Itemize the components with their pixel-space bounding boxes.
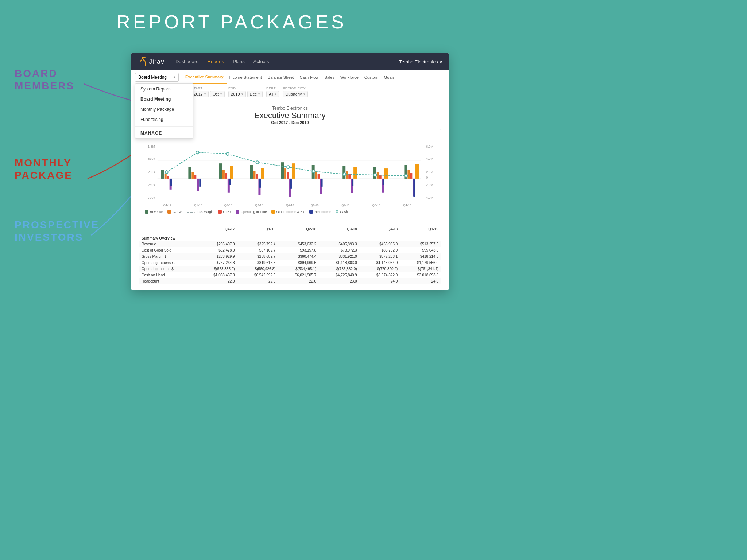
svg-rect-31 (256, 174, 258, 179)
svg-point-68 (196, 151, 199, 154)
row-gm-q2-18: $360,474.4 (278, 253, 319, 260)
filter-end-month-value: Dec (250, 92, 257, 96)
svg-point-72 (312, 170, 315, 173)
svg-rect-16 (161, 170, 164, 179)
dropdown-system-reports[interactable]: System Reports (135, 84, 193, 94)
svg-text:0: 0 (426, 176, 428, 179)
legend-gross-margin: Gross Margin (187, 210, 214, 214)
giraffe-icon (137, 56, 147, 67)
legend-cogs-label: COGS (173, 210, 182, 214)
filter-periodicity-select[interactable]: Quarterly ▾ (283, 91, 307, 97)
row-cogs-label: Cost of Good Sold (139, 247, 197, 253)
row-cash-q4-18: $3,874,322.9 (360, 272, 401, 278)
subtab-executive-summary[interactable]: Executive Summary (182, 70, 227, 84)
svg-rect-33 (261, 168, 264, 179)
legend-opex: OpEx (218, 210, 232, 214)
row-opex-q4-17: $767,264.8 (197, 260, 238, 266)
filter-start-month[interactable]: Oct ▾ (210, 91, 225, 97)
row-opincome-q1-19: $(761,341.4) (400, 266, 441, 272)
subtab-custom[interactable]: Custom (361, 70, 381, 84)
dropdown-fundraising[interactable]: Fundraising (135, 114, 193, 125)
legend-other-income-label: Other Income & Ex. (276, 210, 305, 214)
svg-point-71 (287, 166, 290, 168)
navbar-company[interactable]: Tembo Electronics ∨ (399, 59, 443, 65)
row-headcount-q2-18: 22.0 (278, 278, 319, 284)
subtab-income-statement[interactable]: Income Statement (227, 70, 265, 84)
svg-text:280k: 280k (148, 170, 155, 174)
package-selector-chevron: ∧ (173, 75, 175, 79)
svg-rect-22 (194, 175, 196, 179)
row-cogs-q4-18: $83,762.9 (360, 247, 401, 253)
svg-rect-64 (352, 179, 353, 186)
filter-start-month-value: Oct (213, 92, 219, 96)
row-gm-q1-19: $418,214.6 (400, 253, 441, 260)
row-cash-q1-19: $3,018,693.8 (400, 272, 441, 278)
col-header-q1-18: Q1-18 (238, 226, 279, 233)
filter-end-month[interactable]: Dec ▾ (247, 91, 263, 97)
row-revenue-label: Revenue (139, 241, 197, 247)
subtab-cash-flow[interactable]: Cash Flow (297, 70, 321, 84)
navbar-reports[interactable]: Reports (208, 57, 224, 66)
package-selector[interactable]: Board Meeting ∧ (135, 73, 179, 82)
subtab-goals[interactable]: Goals (381, 70, 398, 84)
row-headcount-q4-18: 24.0 (360, 278, 401, 284)
filter-start-year[interactable]: 2017 ▾ (191, 91, 208, 97)
table-row: Operating Expenses $767,264.8 $819,616.5… (139, 260, 441, 266)
row-gm-q4-18: $372,233.1 (360, 253, 401, 260)
legend-gross-margin-line (187, 212, 193, 213)
svg-point-69 (226, 152, 229, 155)
navbar-actuals[interactable]: Actuals (253, 57, 269, 66)
row-cash-q1-18: $6,542,592.0 (238, 272, 279, 278)
svg-point-73 (343, 173, 346, 176)
svg-rect-63 (321, 179, 323, 187)
row-headcount-q3-18: 23.0 (319, 278, 360, 284)
filter-dept-select[interactable]: All ▾ (266, 91, 279, 97)
row-opex-label: Operating Expenses (139, 260, 197, 266)
col-header-q4-17: Q4-17 (197, 226, 238, 233)
legend-operating-income-label: Operating Income (241, 210, 267, 214)
svg-text:6.0M: 6.0M (426, 145, 433, 148)
label-monthly-package: MONTHLYPACKAGE (15, 157, 73, 181)
legend-operating-income-dot (236, 210, 239, 214)
navbar-plans[interactable]: Plans (233, 57, 245, 66)
dropdown-divider (135, 126, 193, 127)
filter-periodicity-value: Quarterly (285, 92, 302, 96)
row-cogs-q3-18: $73,972.3 (319, 247, 360, 253)
svg-rect-62 (290, 179, 292, 189)
filter-periodicity: PERIODICITY Quarterly ▾ (283, 86, 307, 97)
legend-cogs: COGS (167, 210, 182, 214)
svg-rect-66 (413, 179, 415, 197)
package-selector-label: Board Meeting (138, 75, 167, 80)
legend-net-income: Net Income (309, 210, 331, 214)
subtab-workforce[interactable]: Workforce (337, 70, 361, 84)
svg-rect-40 (315, 171, 317, 179)
row-opincome-q4-18: $(770,820.9) (360, 266, 401, 272)
chart-container: Overview 1.3M 810k 280k -260k -790k 6.0M… (139, 129, 441, 218)
dropdown-monthly-package[interactable]: Monthly Package (135, 104, 193, 114)
subtab-sales[interactable]: Sales (321, 70, 337, 84)
row-revenue-q1-19: $513,257.6 (400, 241, 441, 247)
table-row: Cost of Good Sold $52,478.0 $67,102.7 $9… (139, 247, 441, 253)
legend-net-income-label: Net Income (314, 210, 331, 214)
filter-end-year-chevron: ▾ (241, 92, 243, 96)
navbar-dashboard[interactable]: Dashboard (175, 57, 199, 66)
row-gross-margin-label: Gross Margin $ (139, 253, 197, 260)
legend-cash: Cash (336, 210, 348, 214)
filter-periodicity-chevron: ▾ (303, 92, 305, 96)
svg-text:Q1-19: Q1-19 (311, 203, 319, 207)
svg-rect-41 (318, 174, 320, 179)
row-opex-q3-18: $1,118,803.0 (319, 260, 360, 266)
dropdown-board-meeting[interactable]: Board Meeting (135, 94, 193, 104)
svg-rect-44 (346, 171, 348, 179)
chart-svg: 1.3M 810k 280k -260k -790k 6.0M 4.0M 2.0… (145, 142, 435, 208)
svg-text:-260k: -260k (147, 183, 155, 187)
filter-end-year[interactable]: 2019 ▾ (228, 91, 245, 97)
subtab-balance-sheet[interactable]: Balance Sheet (265, 70, 297, 84)
dropdown-manage[interactable]: MANAGE (135, 128, 193, 138)
svg-rect-65 (383, 179, 384, 185)
table-row: Revenue $256,407.9 $325,792.4 $453,632.2… (139, 241, 441, 247)
svg-rect-47 (353, 167, 357, 179)
page-title: REPORT PACKAGES (0, 0, 463, 42)
legend-revenue-label: Revenue (150, 210, 163, 214)
row-cogs-q2-18: $93,157.8 (278, 247, 319, 253)
